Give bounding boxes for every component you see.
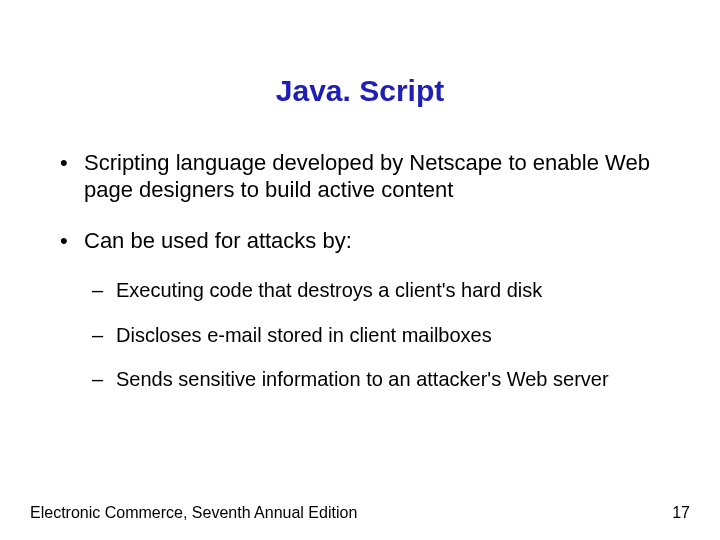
bullet-item: • Can be used for attacks by:	[60, 228, 670, 255]
bullet-marker: •	[60, 228, 84, 255]
sub-bullet-text: Sends sensitive information to an attack…	[116, 367, 670, 391]
sub-bullet-item: – Executing code that destroys a client'…	[92, 278, 670, 302]
bullet-text: Scripting language developed by Netscape…	[84, 150, 670, 204]
slide-title: Java. Script	[0, 74, 720, 108]
sub-bullet-text: Discloses e-mail stored in client mailbo…	[116, 323, 670, 347]
sub-bullet-item: – Sends sensitive information to an atta…	[92, 367, 670, 391]
footer-text: Electronic Commerce, Seventh Annual Edit…	[30, 504, 357, 522]
sub-bullet-marker: –	[92, 367, 116, 391]
sub-bullet-list: – Executing code that destroys a client'…	[60, 278, 670, 391]
sub-bullet-marker: –	[92, 323, 116, 347]
slide: Java. Script • Scripting language develo…	[0, 0, 720, 540]
sub-bullet-text: Executing code that destroys a client's …	[116, 278, 670, 302]
slide-content: • Scripting language developed by Netsca…	[60, 150, 670, 412]
bullet-marker: •	[60, 150, 84, 204]
bullet-text: Can be used for attacks by:	[84, 228, 670, 255]
bullet-item: • Scripting language developed by Netsca…	[60, 150, 670, 204]
page-number: 17	[672, 504, 690, 522]
sub-bullet-marker: –	[92, 278, 116, 302]
slide-footer: Electronic Commerce, Seventh Annual Edit…	[30, 504, 690, 522]
sub-bullet-item: – Discloses e-mail stored in client mail…	[92, 323, 670, 347]
